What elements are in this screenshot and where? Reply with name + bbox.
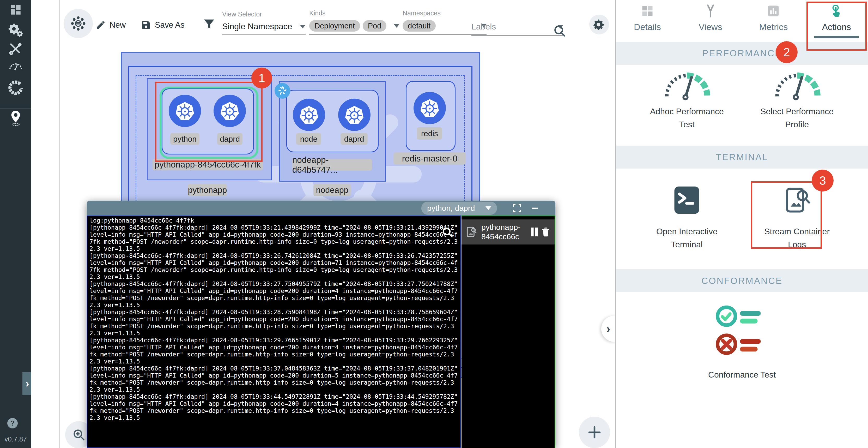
dapr-app-button[interactable] [64,9,93,38]
panel-collapse-tab[interactable]: › [601,316,615,342]
performance-gauge-icon [659,69,714,103]
action-label: Conformance Test [708,368,776,381]
kinds-field[interactable]: Kinds Deployment Pod [309,9,403,35]
save-as-label: Save As [155,20,185,30]
annotation-rect-stream-logs [751,181,822,249]
action-label: Select Performance Profile [754,105,840,131]
container-daprd-node[interactable] [338,99,371,131]
kanvas-icon[interactable] [0,80,31,95]
container-selector-value: python, daprd [427,204,486,213]
view-selector-value: Single Namespace [222,22,292,31]
metrics-bars-icon [767,4,780,18]
tab-label: Views [699,22,722,32]
conformance-test-action[interactable]: Conformance Test [616,292,868,381]
view-selector-field[interactable]: View Selector Single Namespace [222,10,306,35]
log-streams-pane: pythonapp-8454cc66c [462,215,555,448]
annotation-badge-3: 3 [812,170,834,191]
log-terminal-window: python, daprd log:pythonapp-8454cc66c-4f… [87,201,555,448]
pencil-icon [95,20,106,30]
kubernetes-icon [416,94,443,122]
labels-field[interactable]: Labels [471,22,563,36]
tab-details[interactable]: Details [616,0,679,32]
left-sidebar: › ? v0.7.87 [0,0,31,448]
chevron-down-icon [394,24,399,28]
conformance-section-header: CONFORMANCE [616,269,868,292]
kind-chip-deployment[interactable]: Deployment [309,20,360,32]
plus-icon [587,424,602,440]
filter-funnel-icon [202,17,216,31]
meshery-app-window: › ? v0.7.87 WA › New Save As [0,0,868,448]
adhoc-performance-test-action[interactable]: Adhoc Performance Test [640,69,734,131]
log-search-icon[interactable] [441,226,454,238]
delete-stream-icon[interactable] [540,227,551,237]
performance-icon[interactable] [0,61,31,72]
kubernetes-icon [341,101,368,129]
namespaces-label: Namespaces [403,9,487,17]
pause-stream-icon[interactable] [531,227,538,237]
log-output-pane[interactable]: log:pythonapp-8454cc66c-4f7fk [pythonapp… [87,215,461,448]
chevron-down-icon [300,25,306,28]
action-label: Adhoc Performance Test [644,105,730,131]
log-header-line: log:pythonapp-8454cc66c-4f7fk [89,217,194,224]
container-label: redis [417,127,442,140]
annotation-rect-actions-tab [806,2,867,51]
log-stream-tab[interactable]: pythonapp-8454cc66c [462,219,555,244]
save-icon [141,20,151,30]
sidebar-divider [0,108,31,109]
settings-gears-icon[interactable] [0,23,31,37]
views-icon [704,4,717,18]
fullscreen-icon[interactable] [513,204,522,213]
action-label: Open Interactive Terminal [646,225,727,251]
new-label: New [110,20,126,30]
terminal-section-header: TERMINAL [616,146,868,169]
performance-actions: Adhoc Performance Test Select Performanc… [616,65,868,131]
stream-logs-icon [465,226,478,238]
view-selector-label: View Selector [222,10,306,18]
container-node[interactable] [293,99,325,131]
help-button[interactable]: ? [7,418,18,428]
container-label: daprd [341,133,368,145]
search-icon [553,24,566,37]
namespace-chip-default[interactable]: default [403,20,436,32]
details-grid-icon [641,4,654,18]
tab-views[interactable]: Views [679,0,742,32]
kubernetes-icon [295,101,323,129]
sidebar-expand-button[interactable]: › [23,372,32,395]
annotation-rect-pod [155,82,262,162]
node-detail-panel: Details Views Metrics Actions PERFORMANC… [615,0,868,448]
terminal-header[interactable]: python, daprd [87,201,555,215]
tab-label: Details [634,22,661,32]
save-as-button[interactable]: Save As [141,18,185,32]
performance-gauge-icon [770,69,825,103]
conformance-checklist-icon [715,305,770,361]
location-pin-icon[interactable] [0,110,31,126]
kinds-label: Kinds [309,9,403,17]
deployment-label: nodeapp [313,184,351,196]
container-selector-dropdown[interactable]: python, daprd [421,202,497,215]
container-label: node [296,133,321,145]
tab-metrics[interactable]: Metrics [742,0,805,32]
dapr-network-icon [70,16,86,32]
labels-placeholder: Labels [471,22,496,32]
app-version: v0.7.87 [0,435,31,443]
settings-button[interactable] [589,14,609,34]
dashboard-icon[interactable] [0,3,31,16]
tools-icon[interactable] [0,42,31,56]
filter-button[interactable] [202,17,216,31]
add-node-button[interactable] [579,417,610,448]
terminal-icon [673,185,701,215]
tab-label: Metrics [759,22,788,32]
container-redis[interactable] [413,92,446,124]
kind-chip-pod[interactable]: Pod [363,20,387,32]
gear-icon [593,19,605,31]
search-button[interactable] [553,24,566,37]
zoom-in-magnifier-icon [72,428,86,442]
new-button[interactable]: New [95,18,126,32]
annotation-badge-2: 2 [776,41,798,63]
minimize-icon[interactable] [530,204,539,213]
dapr-sidecar-badge [275,83,290,99]
chevron-down-icon [486,206,491,210]
select-performance-profile-action[interactable]: Select Performance Profile [750,69,844,131]
open-interactive-terminal-action[interactable]: Open Interactive Terminal [640,185,734,251]
chevron-right-icon: › [607,322,610,335]
